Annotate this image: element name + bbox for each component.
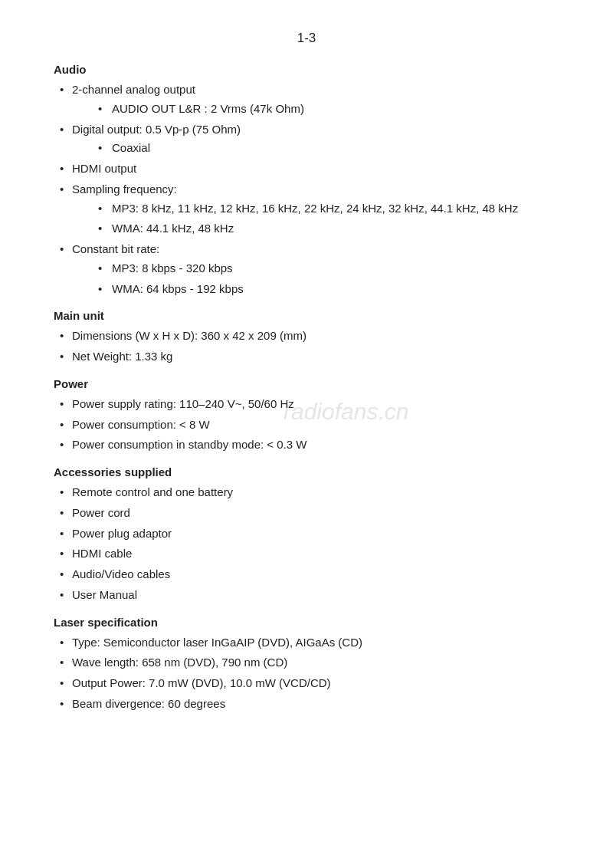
list-item: Net Weight: 1.33 kg — [54, 347, 559, 367]
list-item: Wave length: 658 nm (DVD), 790 nm (CD) — [54, 653, 559, 672]
audio-list: 2-channel analog output AUDIO OUT L&R : … — [54, 81, 559, 298]
section-heading-accessories: Accessories supplied — [54, 465, 559, 478]
section-heading-laser: Laser specification — [54, 616, 559, 629]
power-list: Power supply rating: 110–240 V~, 50/60 H… — [54, 395, 559, 455]
section-heading-audio: Audio — [54, 63, 559, 76]
accessories-list: Remote control and one battery Power cor… — [54, 483, 559, 605]
list-item: User Manual — [54, 586, 559, 605]
list-item: WMA: 64 kbps - 192 kbps — [90, 280, 559, 299]
sub-list: Coaxial — [90, 139, 559, 158]
list-item: Power consumption: < 8 W — [54, 416, 559, 435]
list-item: AUDIO OUT L&R : 2 Vrms (47k Ohm) — [90, 100, 559, 119]
list-item: Beam divergence: 60 degrees — [54, 695, 559, 714]
list-item: HDMI output — [54, 159, 559, 179]
list-item: Power cord — [54, 504, 559, 523]
page-content: 1-3 Audio 2-channel analog output AUDIO … — [54, 31, 559, 714]
sub-list: MP3: 8 kHz, 11 kHz, 12 kHz, 16 kHz, 22 k… — [90, 199, 559, 239]
list-item: Power plug adaptor — [54, 524, 559, 544]
list-item: Power consumption in standby mode: < 0.3… — [54, 436, 559, 455]
list-item: 2-channel analog output AUDIO OUT L&R : … — [54, 81, 559, 119]
list-item: Dimensions (W x H x D): 360 x 42 x 209 (… — [54, 327, 559, 346]
list-item: Digital output: 0.5 Vp-p (75 Ohm) Coaxia… — [54, 120, 559, 159]
list-item: Remote control and one battery — [54, 483, 559, 502]
page-number: 1-3 — [54, 31, 559, 46]
main-unit-list: Dimensions (W x H x D): 360 x 42 x 209 (… — [54, 327, 559, 367]
list-item: Output Power: 7.0 mW (DVD), 10.0 mW (VCD… — [54, 674, 559, 693]
laser-list: Type: Semiconductor laser InGaAIP (DVD),… — [54, 633, 559, 714]
list-item: Sampling frequency: MP3: 8 kHz, 11 kHz, … — [54, 180, 559, 238]
list-item: Audio/Video cables — [54, 565, 559, 584]
section-heading-power: Power — [54, 377, 559, 390]
list-item: Constant bit rate: MP3: 8 kbps - 320 kbp… — [54, 240, 559, 298]
list-item: Type: Semiconductor laser InGaAIP (DVD),… — [54, 633, 559, 653]
sub-list: AUDIO OUT L&R : 2 Vrms (47k Ohm) — [90, 100, 559, 119]
list-item: HDMI cable — [54, 544, 559, 564]
list-item: MP3: 8 kbps - 320 kbps — [90, 259, 559, 278]
section-heading-main-unit: Main unit — [54, 309, 559, 322]
list-item: MP3: 8 kHz, 11 kHz, 12 kHz, 16 kHz, 22 k… — [90, 199, 559, 219]
list-item: Coaxial — [90, 139, 559, 158]
list-item: Power supply rating: 110–240 V~, 50/60 H… — [54, 395, 559, 414]
sub-list: MP3: 8 kbps - 320 kbps WMA: 64 kbps - 19… — [90, 259, 559, 299]
list-item: WMA: 44.1 kHz, 48 kHz — [90, 219, 559, 238]
